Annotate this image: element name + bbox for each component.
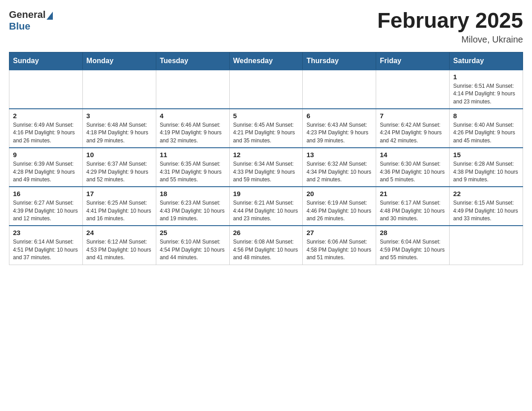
day-number: 19	[233, 190, 299, 197]
logo: General Blue	[9, 9, 54, 32]
calendar-cell	[82, 70, 156, 109]
calendar-cell: 14Sunrise: 6:30 AM Sunset: 4:36 PM Dayli…	[376, 148, 450, 187]
day-number: 10	[86, 151, 152, 158]
logo-blue-text: Blue	[9, 21, 30, 32]
day-number: 14	[380, 151, 446, 158]
weekday-header-wednesday: Wednesday	[229, 52, 303, 70]
day-info: Sunrise: 6:30 AM Sunset: 4:36 PM Dayligh…	[380, 160, 446, 184]
weekday-header-thursday: Thursday	[303, 52, 376, 70]
day-number: 16	[13, 190, 79, 197]
calendar-week-3: 9Sunrise: 6:39 AM Sunset: 4:28 PM Daylig…	[9, 148, 523, 187]
day-info: Sunrise: 6:04 AM Sunset: 4:59 PM Dayligh…	[380, 238, 446, 261]
day-number: 20	[306, 190, 372, 197]
calendar-cell: 11Sunrise: 6:35 AM Sunset: 4:31 PM Dayli…	[156, 148, 229, 187]
calendar-cell: 22Sunrise: 6:15 AM Sunset: 4:49 PM Dayli…	[450, 187, 523, 226]
day-info: Sunrise: 6:12 AM Sunset: 4:53 PM Dayligh…	[86, 238, 152, 261]
weekday-header-sunday: Sunday	[9, 52, 83, 70]
calendar-cell: 27Sunrise: 6:06 AM Sunset: 4:58 PM Dayli…	[303, 226, 376, 265]
calendar-cell	[156, 70, 229, 109]
day-info: Sunrise: 6:46 AM Sunset: 4:19 PM Dayligh…	[160, 121, 226, 145]
day-info: Sunrise: 6:48 AM Sunset: 4:18 PM Dayligh…	[86, 121, 152, 145]
calendar-cell: 20Sunrise: 6:19 AM Sunset: 4:46 PM Dayli…	[303, 187, 376, 226]
calendar-cell: 10Sunrise: 6:37 AM Sunset: 4:29 PM Dayli…	[82, 148, 156, 187]
day-info: Sunrise: 6:10 AM Sunset: 4:54 PM Dayligh…	[160, 238, 226, 261]
calendar-cell	[376, 70, 450, 109]
day-info: Sunrise: 6:42 AM Sunset: 4:24 PM Dayligh…	[380, 121, 446, 145]
day-info: Sunrise: 6:51 AM Sunset: 4:14 PM Dayligh…	[453, 82, 519, 106]
calendar-cell: 26Sunrise: 6:08 AM Sunset: 4:56 PM Dayli…	[229, 226, 303, 265]
calendar-cell: 4Sunrise: 6:46 AM Sunset: 4:19 PM Daylig…	[156, 109, 229, 148]
weekday-header-monday: Monday	[82, 52, 156, 70]
day-number: 26	[233, 229, 299, 236]
calendar-week-4: 16Sunrise: 6:27 AM Sunset: 4:39 PM Dayli…	[9, 187, 523, 226]
calendar-cell: 13Sunrise: 6:32 AM Sunset: 4:34 PM Dayli…	[303, 148, 376, 187]
calendar-cell: 9Sunrise: 6:39 AM Sunset: 4:28 PM Daylig…	[9, 148, 83, 187]
logo-triangle-icon	[47, 12, 53, 20]
logo-general-text: General	[9, 9, 46, 21]
day-number: 9	[13, 151, 79, 158]
calendar-week-1: 1Sunrise: 6:51 AM Sunset: 4:14 PM Daylig…	[9, 70, 523, 109]
day-info: Sunrise: 6:35 AM Sunset: 4:31 PM Dayligh…	[160, 160, 226, 184]
day-number: 25	[160, 229, 226, 236]
day-number: 18	[160, 190, 226, 197]
calendar-week-2: 2Sunrise: 6:49 AM Sunset: 4:16 PM Daylig…	[9, 109, 523, 148]
day-info: Sunrise: 6:14 AM Sunset: 4:51 PM Dayligh…	[13, 238, 79, 261]
day-info: Sunrise: 6:21 AM Sunset: 4:44 PM Dayligh…	[233, 199, 299, 223]
day-info: Sunrise: 6:28 AM Sunset: 4:38 PM Dayligh…	[453, 160, 519, 184]
calendar-cell	[450, 226, 523, 265]
day-number: 17	[86, 190, 152, 197]
calendar-table: SundayMondayTuesdayWednesdayThursdayFrid…	[9, 52, 523, 265]
calendar-cell: 25Sunrise: 6:10 AM Sunset: 4:54 PM Dayli…	[156, 226, 229, 265]
day-info: Sunrise: 6:23 AM Sunset: 4:43 PM Dayligh…	[160, 199, 226, 223]
calendar-cell: 24Sunrise: 6:12 AM Sunset: 4:53 PM Dayli…	[82, 226, 156, 265]
location-label: Milove, Ukraine	[377, 34, 523, 45]
day-number: 2	[13, 112, 79, 120]
day-number: 3	[86, 112, 152, 120]
calendar-week-5: 23Sunrise: 6:14 AM Sunset: 4:51 PM Dayli…	[9, 226, 523, 265]
day-info: Sunrise: 6:39 AM Sunset: 4:28 PM Dayligh…	[13, 160, 79, 184]
day-info: Sunrise: 6:15 AM Sunset: 4:49 PM Dayligh…	[453, 199, 519, 223]
day-info: Sunrise: 6:37 AM Sunset: 4:29 PM Dayligh…	[86, 160, 152, 184]
day-info: Sunrise: 6:34 AM Sunset: 4:33 PM Dayligh…	[233, 160, 299, 184]
day-number: 22	[453, 190, 519, 197]
day-number: 1	[453, 73, 519, 81]
calendar-cell: 19Sunrise: 6:21 AM Sunset: 4:44 PM Dayli…	[229, 187, 303, 226]
calendar-cell: 3Sunrise: 6:48 AM Sunset: 4:18 PM Daylig…	[82, 109, 156, 148]
title-section: February 2025 Milove, Ukraine	[377, 9, 523, 45]
day-info: Sunrise: 6:49 AM Sunset: 4:16 PM Dayligh…	[13, 121, 79, 145]
day-number: 11	[160, 151, 226, 158]
day-number: 7	[380, 112, 446, 120]
day-number: 6	[306, 112, 372, 120]
page-header: General Blue February 2025 Milove, Ukrai…	[9, 9, 523, 45]
day-number: 28	[380, 229, 446, 236]
day-number: 12	[233, 151, 299, 158]
calendar-cell: 12Sunrise: 6:34 AM Sunset: 4:33 PM Dayli…	[229, 148, 303, 187]
day-info: Sunrise: 6:27 AM Sunset: 4:39 PM Dayligh…	[13, 199, 79, 223]
day-number: 21	[380, 190, 446, 197]
day-info: Sunrise: 6:25 AM Sunset: 4:41 PM Dayligh…	[86, 199, 152, 223]
day-number: 5	[233, 112, 299, 120]
day-info: Sunrise: 6:43 AM Sunset: 4:23 PM Dayligh…	[306, 121, 372, 145]
calendar-cell	[303, 70, 376, 109]
calendar-cell: 8Sunrise: 6:40 AM Sunset: 4:26 PM Daylig…	[450, 109, 523, 148]
calendar-cell: 7Sunrise: 6:42 AM Sunset: 4:24 PM Daylig…	[376, 109, 450, 148]
calendar-cell: 1Sunrise: 6:51 AM Sunset: 4:14 PM Daylig…	[450, 70, 523, 109]
day-number: 8	[453, 112, 519, 120]
calendar-cell: 2Sunrise: 6:49 AM Sunset: 4:16 PM Daylig…	[9, 109, 83, 148]
day-info: Sunrise: 6:17 AM Sunset: 4:48 PM Dayligh…	[380, 199, 446, 223]
calendar-cell: 6Sunrise: 6:43 AM Sunset: 4:23 PM Daylig…	[303, 109, 376, 148]
day-number: 23	[13, 229, 79, 236]
day-info: Sunrise: 6:32 AM Sunset: 4:34 PM Dayligh…	[306, 160, 372, 184]
day-info: Sunrise: 6:19 AM Sunset: 4:46 PM Dayligh…	[306, 199, 372, 223]
calendar-header-row: SundayMondayTuesdayWednesdayThursdayFrid…	[9, 52, 523, 70]
day-number: 24	[86, 229, 152, 236]
day-number: 15	[453, 151, 519, 158]
day-info: Sunrise: 6:40 AM Sunset: 4:26 PM Dayligh…	[453, 121, 519, 145]
month-title: February 2025	[377, 9, 523, 33]
calendar-cell: 5Sunrise: 6:45 AM Sunset: 4:21 PM Daylig…	[229, 109, 303, 148]
calendar-cell: 17Sunrise: 6:25 AM Sunset: 4:41 PM Dayli…	[82, 187, 156, 226]
calendar-cell: 21Sunrise: 6:17 AM Sunset: 4:48 PM Dayli…	[376, 187, 450, 226]
calendar-cell: 16Sunrise: 6:27 AM Sunset: 4:39 PM Dayli…	[9, 187, 83, 226]
day-info: Sunrise: 6:06 AM Sunset: 4:58 PM Dayligh…	[306, 238, 372, 261]
weekday-header-saturday: Saturday	[450, 52, 523, 70]
